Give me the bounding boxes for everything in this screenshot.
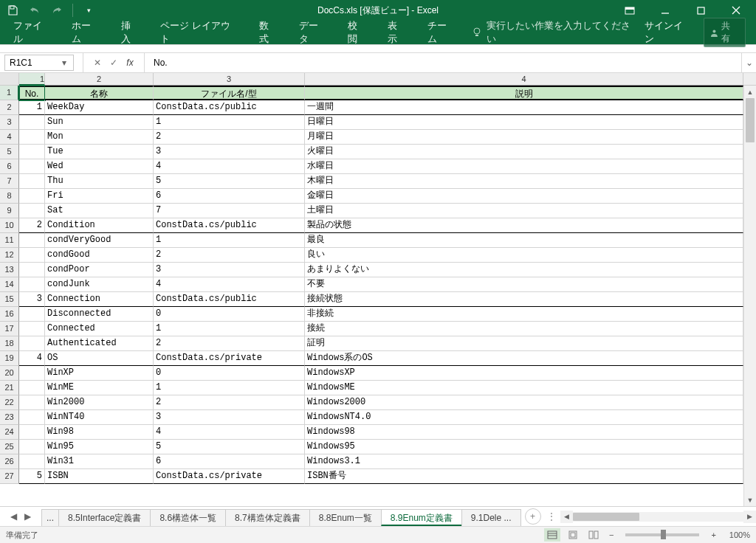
cell[interactable]: Connected [45,322,154,336]
cell[interactable]: WinNT40 [45,410,154,425]
cell[interactable]: 良い [305,248,743,263]
cell[interactable] [19,336,45,351]
new-sheet-button[interactable]: + [525,508,541,525]
scroll-left-icon[interactable]: ◀ [560,511,573,523]
cell[interactable]: Thu [45,174,154,189]
cell[interactable] [19,130,45,145]
sheet-tab[interactable]: 8.7構造体定義書 [225,509,310,526]
ribbon-tab[interactable]: 校閲 [337,21,377,44]
cell[interactable]: Win31 [45,454,154,469]
insert-function-icon[interactable]: fx [122,58,138,68]
row-header[interactable]: 18 [0,336,19,351]
cell[interactable]: 2 [154,248,305,263]
scroll-down-icon[interactable]: ▼ [744,494,756,506]
zoom-level[interactable]: 100% [729,530,750,539]
sheet-tab[interactable]: 8.8Enum一覧 [309,509,382,526]
row-header[interactable]: 10 [0,218,19,233]
column-header[interactable]: 2 [45,73,154,86]
row-header[interactable]: 19 [0,351,19,366]
cell[interactable] [19,410,45,425]
cell[interactable]: Win2000 [45,395,154,410]
cell[interactable]: ISBN番号 [305,469,743,484]
cell[interactable]: 6 [154,189,305,204]
row-header[interactable]: 12 [0,248,19,263]
normal-view-icon[interactable] [544,528,560,542]
row-header[interactable]: 8 [0,189,19,204]
cell[interactable]: あまりよくない [305,263,743,277]
scroll-track[interactable] [573,512,743,522]
cell[interactable] [19,440,45,454]
cell[interactable] [19,322,45,336]
ribbon-tab[interactable]: ページ レイアウト [150,21,249,44]
cell[interactable] [19,454,45,469]
cell[interactable]: ConstData.cs/public [154,100,305,115]
signin-link[interactable]: サインイン [639,19,698,46]
ribbon-display-options-icon[interactable] [620,1,639,19]
cell[interactable] [19,263,45,277]
row-header[interactable]: 23 [0,410,19,425]
row-header[interactable]: 2 [0,100,19,115]
row-header[interactable]: 9 [0,204,19,218]
cell[interactable]: ConstData.cs/public [154,292,305,307]
cell[interactable]: Win98 [45,425,154,440]
cell[interactable]: 不要 [305,277,743,292]
cell[interactable] [19,277,45,292]
column-header[interactable]: 3 [154,73,305,86]
cell[interactable]: 1 [19,100,45,115]
cell[interactable]: 3 [154,263,305,277]
cell[interactable]: 金曜日 [305,189,743,204]
horizontal-scrollbar[interactable]: ◀ ▶ [560,511,756,523]
cancel-formula-icon[interactable]: ✕ [89,58,106,68]
cell[interactable]: Sun [45,115,154,130]
tab-nav-prev-icon[interactable]: ◀ [10,511,17,522]
header-cell[interactable]: 説明 [305,86,743,100]
cell-area[interactable]: No.名称ファイル名/型説明1WeekDayConstData.cs/publi… [19,86,743,506]
cell[interactable]: Windows3.1 [305,454,743,469]
cell[interactable]: 7 [154,204,305,218]
tell-me[interactable]: 実行したい作業を入力してください [472,19,639,46]
cell[interactable]: WindowsNT4.0 [305,410,743,425]
row-header[interactable]: 6 [0,159,19,174]
sheet-tab[interactable]: 8.9Enum定義書 [381,509,462,526]
zoom-slider[interactable] [625,533,699,536]
cell[interactable]: 3 [154,145,305,159]
zoom-out-icon[interactable]: − [606,530,616,539]
cell[interactable]: ConstData.cs/private [154,351,305,366]
row-header[interactable]: 22 [0,395,19,410]
sheet-tab[interactable]: 9.1Dele ... [461,509,521,526]
row-header[interactable]: 16 [0,307,19,322]
cell[interactable]: Sat [45,204,154,218]
row-header[interactable]: 7 [0,174,19,189]
row-header[interactable]: 25 [0,440,19,454]
cell[interactable] [19,248,45,263]
cell[interactable]: 5 [19,469,45,484]
cell[interactable]: 2 [154,130,305,145]
cell[interactable]: 一週間 [305,100,743,115]
cell[interactable]: 接続状態 [305,292,743,307]
scroll-up-icon[interactable]: ▲ [744,86,756,98]
cell[interactable]: Win95 [45,440,154,454]
cell[interactable]: condJunk [45,277,154,292]
cell[interactable]: 証明 [305,336,743,351]
row-header[interactable]: 14 [0,277,19,292]
row-header[interactable]: 5 [0,145,19,159]
ribbon-tab[interactable]: 数式 [249,21,289,44]
cell[interactable]: ISBN [45,469,154,484]
cell[interactable]: Windows系のOS [305,351,743,366]
cell[interactable] [19,307,45,322]
cell[interactable]: condPoor [45,263,154,277]
qat-customize-icon[interactable]: ▾ [82,4,95,17]
cell[interactable]: 0 [154,366,305,381]
row-header[interactable]: 4 [0,130,19,145]
cell[interactable]: 土曜日 [305,204,743,218]
cell[interactable] [19,189,45,204]
cell[interactable] [19,425,45,440]
cell[interactable]: Tue [45,145,154,159]
cell[interactable] [19,145,45,159]
cell[interactable]: 5 [154,174,305,189]
header-cell[interactable]: No. [19,86,45,100]
ribbon-tab[interactable]: チーム [417,21,466,44]
cell[interactable]: 接続 [305,322,743,336]
cell[interactable]: 1 [154,115,305,130]
scroll-thumb[interactable] [573,513,639,521]
